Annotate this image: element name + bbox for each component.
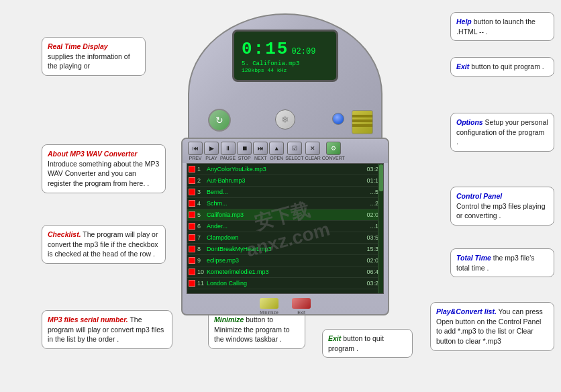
playlist-row-5[interactable]: 5 Califonia.mp3 02:09 <box>187 209 383 221</box>
playlist-row-3[interactable]: 3 Bernd... ...50 <box>187 187 383 198</box>
callout-about-converter: About MP3 WAV Converter Introduce someth… <box>42 144 166 193</box>
convert-button-group[interactable]: ⚙ CONVERT <box>322 142 345 160</box>
track-name-10: Kometerimelodie1.mp3 <box>207 268 364 275</box>
player-bottom-panel: ⏮ PREV ▶ PLAY ⏸ PAUSE ⏹ STOP ⏭ NEXT ▲ OP… <box>181 138 389 315</box>
callout-real-time-display: Real Time Display supplies the informati… <box>42 37 146 76</box>
callout-control-panel: Control Panel Control the mp3 files play… <box>450 187 554 226</box>
callout-checklist: Checklist. The program will play or conv… <box>42 225 166 264</box>
track-number-1: 1 <box>197 166 207 173</box>
callout-play-convert: Play&Convert list. You can press Open bu… <box>430 302 554 351</box>
minimize-icon <box>260 298 278 309</box>
play-button-group[interactable]: ▶ PLAY <box>204 142 219 160</box>
callout-serial-number: MP3 files serial number. The program wil… <box>42 310 172 349</box>
callout-title-play-convert: Play&Convert list. <box>436 307 497 315</box>
playlist-row-4[interactable]: 4 Schm... ...28 <box>187 198 383 209</box>
playlist-row-1[interactable]: 1 AnyColorYouLike.mp3 03:26 <box>187 164 383 175</box>
pause-button-group[interactable]: ⏸ PAUSE <box>220 142 236 160</box>
track-number-8: 8 <box>197 246 207 252</box>
exit-label: Exit <box>297 310 305 315</box>
prev-label: PREV <box>189 156 201 160</box>
track-checkbox-1[interactable] <box>189 166 195 173</box>
track-name-5: Califonia.mp3 <box>207 211 364 218</box>
stop-button-group[interactable]: ⏹ STOP <box>237 142 252 160</box>
track-name-4: Schm... <box>207 200 367 207</box>
prev-button[interactable]: ⏮ <box>188 142 203 155</box>
callout-help: Help button to launch the .HTML -- . <box>450 12 554 41</box>
track-name-6: Ander... <box>207 223 367 230</box>
callout-text-exit-top: button to quit program . <box>471 62 544 70</box>
callout-title-total-time: Total Time <box>456 254 491 262</box>
stop-label: STOP <box>238 156 251 160</box>
track-number-2: 2 <box>197 177 207 184</box>
minimize-button[interactable]: Minimize <box>260 298 278 315</box>
track-name-1: AnyColorYouLike.mp3 <box>207 166 364 173</box>
track-number-10: 10 <box>197 268 207 275</box>
pause-button[interactable]: ⏸ <box>221 142 236 155</box>
clear-label: CLEAR <box>305 156 320 160</box>
playlist-row-9[interactable]: 9 eclipse.mp3 02:01 <box>187 255 383 266</box>
exit-button[interactable]: Exit <box>292 298 311 315</box>
callout-title-exit-bottom: Exit <box>328 334 341 342</box>
file-list-icon <box>352 110 373 134</box>
playlist-row-6[interactable]: 6 Ander... ...14 <box>187 221 383 232</box>
track-checkbox-2[interactable] <box>189 177 195 184</box>
track-checkbox-9[interactable] <box>189 257 195 264</box>
callout-text-converter: Introduce something about the MP3 WAV Co… <box>48 160 159 187</box>
select-button-group[interactable]: ☑ SELECT <box>285 142 303 160</box>
clear-button[interactable]: ✕ <box>305 142 320 155</box>
convert-button[interactable]: ⚙ <box>326 142 341 155</box>
open-button[interactable]: ▲ <box>269 142 284 155</box>
track-checkbox-8[interactable] <box>189 246 195 252</box>
display-screen: 0:15 02:09 5. Califonia.mp3 128kbps 44 k… <box>232 30 338 82</box>
playlist-row-11[interactable]: 11 London Calling 03:24 <box>187 278 383 289</box>
callout-text-control-panel: Control the mp3 files playing or convert… <box>456 202 546 220</box>
callout-title-options: Options <box>456 118 483 126</box>
time-display: 0:15 <box>242 39 289 59</box>
callout-exit-top: Exit button to quit program . <box>450 57 554 77</box>
next-button[interactable]: ⏭ <box>253 142 268 155</box>
track-number-3: 3 <box>197 189 207 195</box>
track-name-11: London Calling <box>207 280 364 287</box>
open-label: OPEN <box>270 156 283 160</box>
control-buttons-row: ⏮ PREV ▶ PLAY ⏸ PAUSE ⏹ STOP ⏭ NEXT ▲ OP… <box>183 139 388 163</box>
player-top-body: 0:15 02:09 5. Califonia.mp3 128kbps 44 k… <box>188 13 382 148</box>
track-checkbox-6[interactable] <box>189 223 195 230</box>
track-number-11: 11 <box>197 280 207 287</box>
stop-button[interactable]: ⏹ <box>237 142 252 155</box>
track-number-6: 6 <box>197 223 207 230</box>
callout-title-converter: About MP3 WAV Converter <box>48 150 137 158</box>
callout-title-help: Help <box>456 17 472 26</box>
playlist-panel: 1 AnyColorYouLike.mp3 03:26 2 Aut-Bahn.m… <box>187 163 384 294</box>
playlist-row-8[interactable]: 8 DontBreakMyHeart.mp3 15:39 <box>187 244 383 255</box>
track-checkbox-3[interactable] <box>189 189 195 195</box>
playlist-scrollbar[interactable] <box>378 164 383 293</box>
play-button[interactable]: ▶ <box>204 142 219 155</box>
select-button[interactable]: ☑ <box>287 142 302 155</box>
track-checkbox-7[interactable] <box>189 234 195 241</box>
playlist-row-7[interactable]: 7 Clampdown 03:52 <box>187 232 383 244</box>
track-name: 5. Califonia.mp3 <box>242 60 299 67</box>
player-footer: Minimize Exit <box>183 294 388 319</box>
refresh-button[interactable]: ↻ <box>208 109 231 132</box>
scrollbar-thumb[interactable] <box>379 164 383 191</box>
playlist-row-2[interactable]: 2 Aut-Bahn.mp3 01:13 <box>187 175 383 187</box>
next-button-group[interactable]: ⏭ NEXT <box>253 142 268 160</box>
callout-exit-bottom: Exit button to quit program . <box>322 329 413 358</box>
minimize-label: Minimize <box>260 310 278 315</box>
prev-button-group[interactable]: ⏮ PREV <box>188 142 203 160</box>
track-checkbox-4[interactable] <box>189 200 195 207</box>
indicator-dot <box>332 113 344 125</box>
track-checkbox-10[interactable] <box>189 268 195 275</box>
track-checkbox-5[interactable] <box>189 211 195 218</box>
playlist-row-10[interactable]: 10 Kometerimelodie1.mp3 06:43 <box>187 266 383 278</box>
track-checkbox-11[interactable] <box>189 280 195 287</box>
time-secondary: 02:09 <box>291 47 315 56</box>
track-number-4: 4 <box>197 200 207 207</box>
open-button-group[interactable]: ▲ OPEN <box>269 142 284 160</box>
clear-button-group[interactable]: ✕ CLEAR <box>305 142 320 160</box>
convert-label: CONVERT <box>322 156 345 160</box>
next-label: NEXT <box>254 156 267 160</box>
pause-label: PAUSE <box>220 156 236 160</box>
settings-button[interactable]: ❄ <box>275 109 295 130</box>
track-number-7: 7 <box>197 234 207 241</box>
